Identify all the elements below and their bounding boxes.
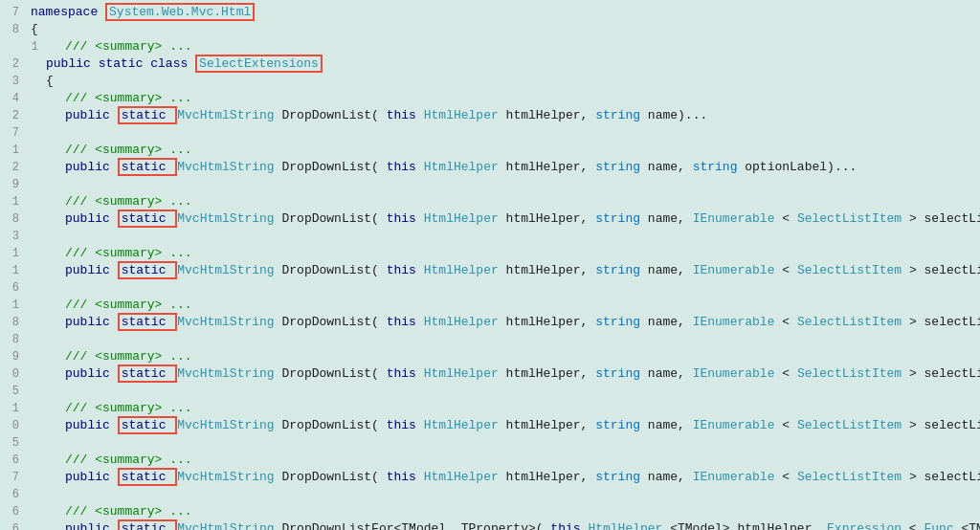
code-line: 7 namespace System.Web.Mvc.Html <box>0 4 980 21</box>
code-line: 6 <box>0 279 980 297</box>
code-line: 9 <box>0 176 980 193</box>
code-line: 7 public static MvcHtmlString DropDownLi… <box>0 469 980 486</box>
static-highlight: static <box>118 158 178 176</box>
static-highlight: static <box>118 261 178 279</box>
code-line: 5 <box>0 434 980 452</box>
static-highlight: static <box>118 313 178 331</box>
code-line: 1 /// <summary> ... <box>0 193 980 210</box>
code-line: 4 /// <summary> ... <box>0 90 980 107</box>
code-line: 3 { <box>0 73 980 90</box>
static-highlight: static <box>118 416 178 434</box>
code-line: 8 { <box>0 21 980 38</box>
code-line: 8 public static MvcHtmlString DropDownLi… <box>0 210 980 228</box>
code-line: 1 /// <summary> ... <box>0 297 980 314</box>
static-highlight: static <box>118 106 178 124</box>
namespace-highlight: System.Web.Mvc.Html <box>105 3 255 21</box>
code-line: 0 public static MvcHtmlString DropDownLi… <box>0 365 980 383</box>
code-line: 1 /// <summary> ... <box>0 245 980 262</box>
code-line: 1 /// <summary> ... <box>0 400 980 417</box>
code-line: 3 <box>0 228 980 245</box>
code-line: 2 public static class SelectExtensions <box>0 55 980 73</box>
static-highlight: static <box>118 364 178 383</box>
code-line: 6 public static MvcHtmlString DropDownLi… <box>0 520 980 530</box>
code-line: 2 public static MvcHtmlString DropDownLi… <box>0 107 980 124</box>
static-highlight: static <box>118 468 178 486</box>
code-line: 6 /// <summary> ... <box>0 452 980 469</box>
code-editor: 7 namespace System.Web.Mvc.Html 8 { 1 //… <box>0 0 980 530</box>
code-line: 9 /// <summary> ... <box>0 348 980 365</box>
code-line: 1 public static MvcHtmlString DropDownLi… <box>0 262 980 279</box>
class-highlight: SelectExtensions <box>195 55 323 73</box>
code-line: 7 <box>0 124 980 142</box>
code-line: 1 /// <summary> ... <box>0 142 980 159</box>
static-highlight: static <box>118 519 178 530</box>
code-line: 5 <box>0 383 980 400</box>
code-line: 1 /// <summary> ... <box>0 38 980 55</box>
code-line: 2 public static MvcHtmlString DropDownLi… <box>0 159 980 176</box>
code-line: 6 /// <summary> ... <box>0 503 980 520</box>
static-highlight: static <box>118 210 178 228</box>
code-line: 6 <box>0 486 980 503</box>
code-line: 8 public static MvcHtmlString DropDownLi… <box>0 314 980 331</box>
code-line: 0 public static MvcHtmlString DropDownLi… <box>0 417 980 434</box>
code-line: 8 <box>0 331 980 348</box>
